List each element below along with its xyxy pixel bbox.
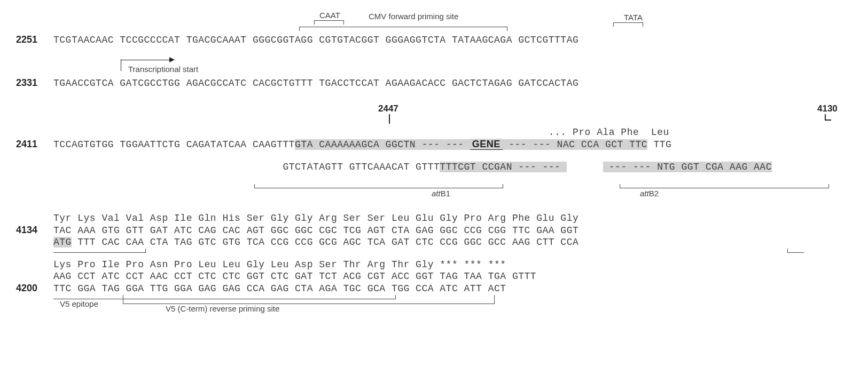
seq-2411-bottom: GTCTATAGTT GTTCAAACAT GTTTTTTCGT CCGAN -… bbox=[53, 151, 772, 183]
tata-bracket bbox=[613, 22, 643, 27]
aa-4134: Tyr Lys Val Val Asp Ile Gln His Ser Gly … bbox=[53, 213, 578, 224]
seq-2411-top: TCCAGTGTGG TGGAATTCTG CAGATATCAA CAAGTTT… bbox=[53, 139, 671, 150]
attB2-bracket bbox=[620, 184, 829, 188]
aa-4200: Lys Pro Ile Pro Asn Pro Leu Leu Gly Leu … bbox=[53, 259, 506, 270]
caat-label: CAAT bbox=[319, 11, 340, 20]
seq-2331: TGAACCGTCA GATCGCCTGG AGACGCCATC CACGCTG… bbox=[53, 78, 578, 89]
row-2411: 2447 4130 ... Pro Ala Phe Leu 2411 TCCAG… bbox=[16, 102, 852, 199]
pos-4130-tick bbox=[825, 114, 831, 121]
caat-bracket bbox=[314, 20, 344, 25]
pos-2447-tick bbox=[389, 114, 390, 124]
cmv-forward-label: CMV forward priming site bbox=[369, 12, 458, 21]
attB2-bracket-continuation bbox=[53, 249, 146, 253]
seq-4134-top: TAC AAA GTG GTT GAT ATC CAG CAC AGT GGC … bbox=[53, 225, 578, 236]
aa-2411: ... Pro Ala Phe Leu bbox=[53, 127, 669, 138]
position-2331: 2331 bbox=[16, 77, 53, 89]
pos-2447-label: 2447 bbox=[378, 103, 398, 114]
position-4200: 4200 bbox=[16, 283, 53, 294]
position-4134: 4134 bbox=[16, 225, 53, 236]
row-2251: CAAT CMV forward priming site TATA 2251 … bbox=[16, 11, 852, 45]
position-2411: 2411 bbox=[16, 139, 53, 150]
seq-4134-bottom: ATG TTT CAC CAA CTA TAG GTC GTG TCA CCG … bbox=[53, 237, 578, 248]
row-2331: Transcriptional start 2331 TGAACCGTCA GA… bbox=[16, 59, 852, 89]
attB1-bracket bbox=[254, 184, 503, 188]
v5-reverse-bracket bbox=[123, 295, 495, 304]
row-4134: Tyr Lys Val Val Asp Ile Gln His Ser Gly … bbox=[16, 213, 852, 256]
seq-4200-top: AAG CCT ATC CCT AAC CCT CTC CTC GGT CTC … bbox=[53, 271, 536, 282]
cmv-forward-bracket bbox=[299, 27, 507, 31]
gene-label: GENE bbox=[470, 139, 503, 150]
seq-2251: TCGTAACAAC TCCGCCCCAT TGACGCAAAT GGGCGGT… bbox=[53, 35, 578, 45]
attB1-label: attattB1B1 bbox=[432, 189, 450, 198]
tata-label: TATA bbox=[624, 13, 643, 22]
v5-reverse-label: V5 (C-term) reverse priming site bbox=[166, 304, 279, 313]
pos-4130-label: 4130 bbox=[817, 103, 838, 114]
position-2251: 2251 bbox=[16, 34, 53, 45]
transcription-start-label: Transcriptional start bbox=[128, 65, 198, 74]
atg-highlight: ATG bbox=[53, 237, 72, 248]
attB2-label: attattB2B2 bbox=[640, 189, 659, 198]
v5-epitope-open-bracket bbox=[787, 249, 804, 253]
v5-epitope-label: V5 epitope bbox=[60, 299, 98, 308]
row-4200: Lys Pro Ile Pro Asn Pro Leu Leu Gly Leu … bbox=[16, 259, 852, 313]
seq-4200-bottom: TTC GGA TAG GGA TTG GGA GAG GAG CCA GAG … bbox=[53, 283, 506, 294]
